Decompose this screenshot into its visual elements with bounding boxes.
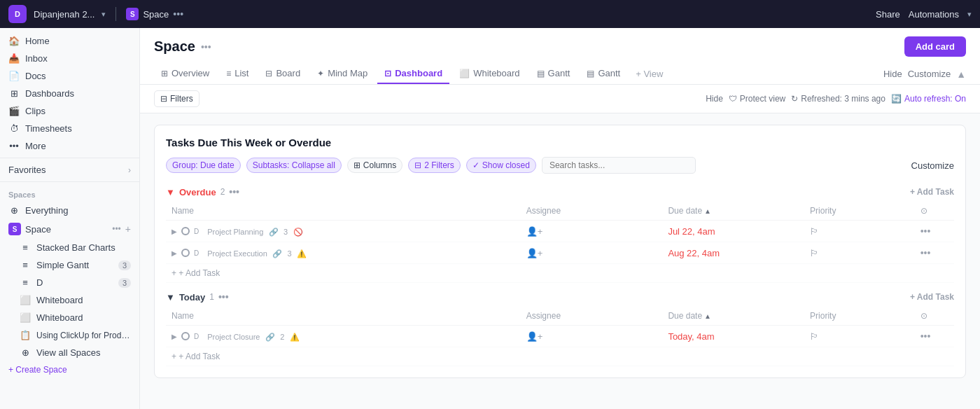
- task3-d-label: D: [194, 333, 199, 340]
- sidebar-item-docs[interactable]: 📄 Docs: [0, 67, 139, 85]
- task2-more-button[interactable]: •••: [920, 247, 931, 258]
- sidebar-item-whiteboard1[interactable]: ⬜ Whiteboard: [0, 291, 139, 309]
- task1-due-cell: Jul 22, 4am: [662, 221, 804, 242]
- tab-hide-button[interactable]: Hide: [883, 69, 902, 79]
- add-card-button[interactable]: Add card: [904, 36, 966, 57]
- tab-dashboard[interactable]: ⊡ Dashboard: [377, 64, 449, 84]
- today-dots[interactable]: •••: [218, 291, 229, 303]
- task1-assignee-icon[interactable]: 👤+: [526, 226, 543, 237]
- sidebar-item-more[interactable]: ••• More: [0, 137, 139, 155]
- filters-button[interactable]: ⊟ Filters: [154, 90, 200, 107]
- task1-priority-flag[interactable]: 🏳: [810, 226, 819, 237]
- sidebar-item-create-space[interactable]: + Create Space: [0, 361, 139, 378]
- today-add-task[interactable]: + Add Task: [910, 292, 954, 302]
- sidebar-item-clips[interactable]: 🎬 Clips: [0, 102, 139, 120]
- tab-gantt1[interactable]: ▤ Gantt: [530, 64, 578, 84]
- overdue-dots[interactable]: •••: [229, 186, 239, 197]
- col-assignee-header: Assignee: [521, 202, 663, 221]
- group-due-date-tag[interactable]: Group: Due date: [166, 158, 241, 173]
- space-dots[interactable]: •••: [173, 8, 183, 20]
- task-search-input[interactable]: [542, 157, 696, 174]
- task3-priority-flag[interactable]: 🏳: [810, 331, 819, 342]
- task1-due-date: Jul 22, 4am: [668, 226, 715, 237]
- sidebar-space-item[interactable]: S Space ••• +: [0, 219, 139, 239]
- today-add-task-cell[interactable]: + + Add Task: [166, 347, 954, 366]
- filters-label: Filters: [170, 94, 193, 104]
- protect-view-button[interactable]: 🛡 Protect view: [729, 94, 785, 104]
- sidebar-stacked-bar-label: Stacked Bar Charts: [36, 242, 131, 253]
- sidebar-item-timesheets[interactable]: ⏱ Timesheets: [0, 120, 139, 137]
- sidebar-item-dashboards[interactable]: ⊞ Dashboards: [0, 85, 139, 102]
- widget-scroll-area[interactable]: ▼ Overdue 2 ••• + Add Task Name: [166, 182, 954, 366]
- tab-gantt2[interactable]: ▤ Gantt: [580, 64, 627, 84]
- workspace-name[interactable]: Dipanjenah 2...: [34, 9, 94, 20]
- tab-overview[interactable]: ⊞ Overview: [154, 64, 216, 84]
- hide-button[interactable]: Hide: [706, 94, 723, 104]
- sidebar-item-using-clickup[interactable]: 📋 Using ClickUp for Producti...: [0, 326, 139, 344]
- task1-status-dot[interactable]: [181, 227, 190, 235]
- sidebar-item-inbox[interactable]: 📥 Inbox: [0, 50, 139, 67]
- sidebar-item-view-all-spaces[interactable]: ⊕ View all Spaces: [0, 344, 139, 361]
- sidebar-item-d[interactable]: ≡ D 3: [0, 274, 139, 291]
- sidebar-space-add[interactable]: +: [125, 223, 131, 235]
- sidebar-item-whiteboard2[interactable]: ⬜ Whiteboard: [0, 309, 139, 326]
- filters-icon: ⊟: [160, 94, 167, 104]
- task2-status-dot[interactable]: [181, 249, 190, 257]
- workspace-chevron-icon[interactable]: ▾: [102, 10, 106, 19]
- table-row[interactable]: ▶ D Project Execution 🔗 3 ⚠️: [166, 242, 954, 264]
- sidebar-item-everything[interactable]: ⊕ Everything: [0, 202, 139, 219]
- title-dots[interactable]: •••: [201, 41, 211, 53]
- table-row[interactable]: ▶ D Project Planning 🔗 3 🚫: [166, 221, 954, 242]
- tab-add-view-label: + View: [636, 69, 663, 79]
- overdue-add-task-cell[interactable]: + + Add Task: [166, 264, 954, 283]
- share-button[interactable]: Share: [876, 9, 900, 20]
- automations-button[interactable]: Automations: [909, 9, 959, 20]
- sidebar-favorites[interactable]: Favorites ›: [0, 161, 139, 179]
- task3-status-dot[interactable]: [181, 332, 190, 340]
- tab-whiteboard[interactable]: ⬜ Whiteboard: [452, 64, 526, 84]
- overdue-add-task[interactable]: + Add Task: [910, 187, 954, 197]
- collapse-icon[interactable]: ▲: [956, 69, 966, 80]
- task2-priority-flag[interactable]: 🏳: [810, 248, 819, 258]
- tab-customize-button[interactable]: Customize: [908, 69, 951, 79]
- auto-refresh-toggle[interactable]: 🔄 Auto refresh: On: [891, 94, 966, 104]
- task1-expand-icon[interactable]: ▶: [172, 228, 177, 235]
- refresh-icon: ↻: [791, 94, 798, 104]
- subtasks-collapse-tag[interactable]: Subtasks: Collapse all: [246, 158, 342, 173]
- today-due-sort-icon: ▲: [704, 312, 711, 320]
- everything-icon: ⊕: [8, 205, 20, 216]
- table-row[interactable]: ▶ D Project Closure 🔗 2 ⚠️: [166, 326, 954, 347]
- task2-assignee-icon[interactable]: 👤+: [526, 248, 543, 258]
- task3-more-button[interactable]: •••: [920, 331, 931, 342]
- task3-assignee-icon[interactable]: 👤+: [526, 331, 543, 342]
- task3-expand-icon[interactable]: ▶: [172, 333, 177, 340]
- overdue-add-task-row[interactable]: + + Add Task: [166, 264, 954, 283]
- overdue-add-task-plus: +: [172, 268, 176, 278]
- overview-tab-icon: ⊞: [161, 69, 168, 78]
- tab-gantt2-label: Gantt: [598, 68, 620, 78]
- hide-label: Hide: [706, 94, 723, 104]
- workspace-avatar[interactable]: D: [8, 5, 27, 23]
- tab-mindmap[interactable]: ✦ Mind Map: [310, 64, 374, 84]
- task1-more-button[interactable]: •••: [920, 226, 931, 237]
- task2-expand-icon[interactable]: ▶: [172, 249, 177, 257]
- today-collapse-icon[interactable]: ▼: [166, 292, 175, 303]
- view-all-spaces-icon: ⊕: [20, 347, 31, 358]
- sidebar-item-simple-gantt[interactable]: ≡ Simple Gantt 3: [0, 256, 139, 274]
- sidebar-item-stacked-bar-charts[interactable]: ≡ Stacked Bar Charts: [0, 239, 139, 256]
- topbar-chevron-down-icon[interactable]: ▾: [967, 10, 972, 19]
- tab-add-view[interactable]: + View: [630, 64, 668, 83]
- sidebar-space-dots[interactable]: •••: [112, 224, 121, 234]
- overdue-collapse-icon[interactable]: ▼: [166, 187, 175, 197]
- filters-tag[interactable]: ⊟ 2 Filters: [408, 158, 461, 173]
- task1-subtask-info: 🔗 3: [269, 228, 288, 236]
- tab-gantt1-label: Gantt: [548, 68, 570, 78]
- tab-board[interactable]: ⊟ Board: [258, 64, 307, 84]
- sidebar-item-home[interactable]: 🏠 Home: [0, 32, 139, 50]
- show-closed-tag[interactable]: ✓ Show closed: [466, 158, 536, 173]
- widget-customize-button[interactable]: Customize: [911, 160, 954, 171]
- today-add-task-row[interactable]: + + Add Task: [166, 347, 954, 366]
- space-breadcrumb: S Space •••: [126, 8, 183, 20]
- columns-tag[interactable]: ⊞ Columns: [347, 158, 402, 173]
- tab-list[interactable]: ≡ List: [219, 64, 255, 84]
